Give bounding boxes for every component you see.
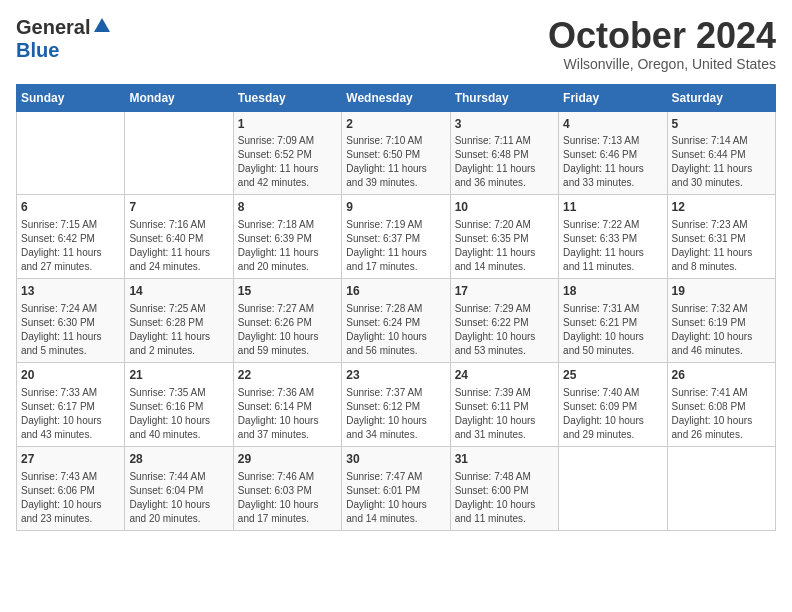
logo-general-text: General	[16, 16, 90, 39]
calendar-cell: 10Sunrise: 7:20 AMSunset: 6:35 PMDayligh…	[450, 195, 558, 279]
cell-info: Sunrise: 7:15 AMSunset: 6:42 PMDaylight:…	[21, 218, 120, 274]
title-section: October 2024 Wilsonville, Oregon, United…	[548, 16, 776, 72]
cell-info: Sunrise: 7:32 AMSunset: 6:19 PMDaylight:…	[672, 302, 771, 358]
day-number: 1	[238, 116, 337, 133]
calendar-cell: 6Sunrise: 7:15 AMSunset: 6:42 PMDaylight…	[17, 195, 125, 279]
day-number: 8	[238, 199, 337, 216]
cell-info: Sunrise: 7:39 AMSunset: 6:11 PMDaylight:…	[455, 386, 554, 442]
day-header-saturday: Saturday	[667, 84, 775, 111]
day-number: 16	[346, 283, 445, 300]
day-number: 30	[346, 451, 445, 468]
calendar-cell: 25Sunrise: 7:40 AMSunset: 6:09 PMDayligh…	[559, 362, 667, 446]
calendar-cell: 17Sunrise: 7:29 AMSunset: 6:22 PMDayligh…	[450, 279, 558, 363]
calendar-cell: 22Sunrise: 7:36 AMSunset: 6:14 PMDayligh…	[233, 362, 341, 446]
day-number: 14	[129, 283, 228, 300]
day-header-tuesday: Tuesday	[233, 84, 341, 111]
day-number: 12	[672, 199, 771, 216]
calendar-cell: 2Sunrise: 7:10 AMSunset: 6:50 PMDaylight…	[342, 111, 450, 195]
day-header-sunday: Sunday	[17, 84, 125, 111]
day-number: 21	[129, 367, 228, 384]
calendar-cell: 5Sunrise: 7:14 AMSunset: 6:44 PMDaylight…	[667, 111, 775, 195]
calendar-cell: 30Sunrise: 7:47 AMSunset: 6:01 PMDayligh…	[342, 446, 450, 530]
calendar-subtitle: Wilsonville, Oregon, United States	[548, 56, 776, 72]
day-number: 22	[238, 367, 337, 384]
calendar-cell: 8Sunrise: 7:18 AMSunset: 6:39 PMDaylight…	[233, 195, 341, 279]
calendar-week-5: 27Sunrise: 7:43 AMSunset: 6:06 PMDayligh…	[17, 446, 776, 530]
calendar-cell: 26Sunrise: 7:41 AMSunset: 6:08 PMDayligh…	[667, 362, 775, 446]
day-number: 2	[346, 116, 445, 133]
cell-info: Sunrise: 7:29 AMSunset: 6:22 PMDaylight:…	[455, 302, 554, 358]
calendar-cell: 11Sunrise: 7:22 AMSunset: 6:33 PMDayligh…	[559, 195, 667, 279]
day-number: 11	[563, 199, 662, 216]
calendar-cell: 9Sunrise: 7:19 AMSunset: 6:37 PMDaylight…	[342, 195, 450, 279]
calendar-cell: 20Sunrise: 7:33 AMSunset: 6:17 PMDayligh…	[17, 362, 125, 446]
calendar-week-2: 6Sunrise: 7:15 AMSunset: 6:42 PMDaylight…	[17, 195, 776, 279]
page-header: General Blue October 2024 Wilsonville, O…	[16, 16, 776, 72]
calendar-cell: 16Sunrise: 7:28 AMSunset: 6:24 PMDayligh…	[342, 279, 450, 363]
cell-info: Sunrise: 7:28 AMSunset: 6:24 PMDaylight:…	[346, 302, 445, 358]
day-number: 3	[455, 116, 554, 133]
day-number: 17	[455, 283, 554, 300]
calendar-cell: 24Sunrise: 7:39 AMSunset: 6:11 PMDayligh…	[450, 362, 558, 446]
day-number: 26	[672, 367, 771, 384]
day-number: 13	[21, 283, 120, 300]
cell-info: Sunrise: 7:31 AMSunset: 6:21 PMDaylight:…	[563, 302, 662, 358]
calendar-cell: 23Sunrise: 7:37 AMSunset: 6:12 PMDayligh…	[342, 362, 450, 446]
cell-info: Sunrise: 7:33 AMSunset: 6:17 PMDaylight:…	[21, 386, 120, 442]
day-number: 20	[21, 367, 120, 384]
calendar-cell: 21Sunrise: 7:35 AMSunset: 6:16 PMDayligh…	[125, 362, 233, 446]
day-number: 18	[563, 283, 662, 300]
svg-marker-0	[94, 18, 110, 32]
day-header-friday: Friday	[559, 84, 667, 111]
calendar-table: SundayMondayTuesdayWednesdayThursdayFrid…	[16, 84, 776, 531]
calendar-cell: 14Sunrise: 7:25 AMSunset: 6:28 PMDayligh…	[125, 279, 233, 363]
cell-info: Sunrise: 7:20 AMSunset: 6:35 PMDaylight:…	[455, 218, 554, 274]
day-number: 28	[129, 451, 228, 468]
calendar-cell: 31Sunrise: 7:48 AMSunset: 6:00 PMDayligh…	[450, 446, 558, 530]
calendar-week-4: 20Sunrise: 7:33 AMSunset: 6:17 PMDayligh…	[17, 362, 776, 446]
calendar-cell	[559, 446, 667, 530]
calendar-cell: 27Sunrise: 7:43 AMSunset: 6:06 PMDayligh…	[17, 446, 125, 530]
calendar-week-3: 13Sunrise: 7:24 AMSunset: 6:30 PMDayligh…	[17, 279, 776, 363]
calendar-cell: 28Sunrise: 7:44 AMSunset: 6:04 PMDayligh…	[125, 446, 233, 530]
calendar-cell: 15Sunrise: 7:27 AMSunset: 6:26 PMDayligh…	[233, 279, 341, 363]
calendar-cell: 4Sunrise: 7:13 AMSunset: 6:46 PMDaylight…	[559, 111, 667, 195]
cell-info: Sunrise: 7:36 AMSunset: 6:14 PMDaylight:…	[238, 386, 337, 442]
cell-info: Sunrise: 7:44 AMSunset: 6:04 PMDaylight:…	[129, 470, 228, 526]
day-number: 25	[563, 367, 662, 384]
calendar-cell	[17, 111, 125, 195]
cell-info: Sunrise: 7:48 AMSunset: 6:00 PMDaylight:…	[455, 470, 554, 526]
day-number: 19	[672, 283, 771, 300]
cell-info: Sunrise: 7:47 AMSunset: 6:01 PMDaylight:…	[346, 470, 445, 526]
calendar-cell: 1Sunrise: 7:09 AMSunset: 6:52 PMDaylight…	[233, 111, 341, 195]
calendar-cell	[667, 446, 775, 530]
calendar-cell: 19Sunrise: 7:32 AMSunset: 6:19 PMDayligh…	[667, 279, 775, 363]
cell-info: Sunrise: 7:27 AMSunset: 6:26 PMDaylight:…	[238, 302, 337, 358]
day-header-thursday: Thursday	[450, 84, 558, 111]
cell-info: Sunrise: 7:46 AMSunset: 6:03 PMDaylight:…	[238, 470, 337, 526]
day-header-wednesday: Wednesday	[342, 84, 450, 111]
cell-info: Sunrise: 7:37 AMSunset: 6:12 PMDaylight:…	[346, 386, 445, 442]
logo-icon	[92, 16, 112, 36]
day-number: 31	[455, 451, 554, 468]
day-number: 5	[672, 116, 771, 133]
calendar-cell	[125, 111, 233, 195]
cell-info: Sunrise: 7:11 AMSunset: 6:48 PMDaylight:…	[455, 134, 554, 190]
cell-info: Sunrise: 7:35 AMSunset: 6:16 PMDaylight:…	[129, 386, 228, 442]
day-header-monday: Monday	[125, 84, 233, 111]
day-number: 27	[21, 451, 120, 468]
day-number: 15	[238, 283, 337, 300]
calendar-cell: 7Sunrise: 7:16 AMSunset: 6:40 PMDaylight…	[125, 195, 233, 279]
cell-info: Sunrise: 7:24 AMSunset: 6:30 PMDaylight:…	[21, 302, 120, 358]
calendar-cell: 12Sunrise: 7:23 AMSunset: 6:31 PMDayligh…	[667, 195, 775, 279]
day-number: 7	[129, 199, 228, 216]
cell-info: Sunrise: 7:22 AMSunset: 6:33 PMDaylight:…	[563, 218, 662, 274]
logo-blue-text: Blue	[16, 39, 59, 61]
cell-info: Sunrise: 7:13 AMSunset: 6:46 PMDaylight:…	[563, 134, 662, 190]
cell-info: Sunrise: 7:10 AMSunset: 6:50 PMDaylight:…	[346, 134, 445, 190]
calendar-title: October 2024	[548, 16, 776, 56]
day-number: 4	[563, 116, 662, 133]
cell-info: Sunrise: 7:43 AMSunset: 6:06 PMDaylight:…	[21, 470, 120, 526]
cell-info: Sunrise: 7:09 AMSunset: 6:52 PMDaylight:…	[238, 134, 337, 190]
cell-info: Sunrise: 7:14 AMSunset: 6:44 PMDaylight:…	[672, 134, 771, 190]
